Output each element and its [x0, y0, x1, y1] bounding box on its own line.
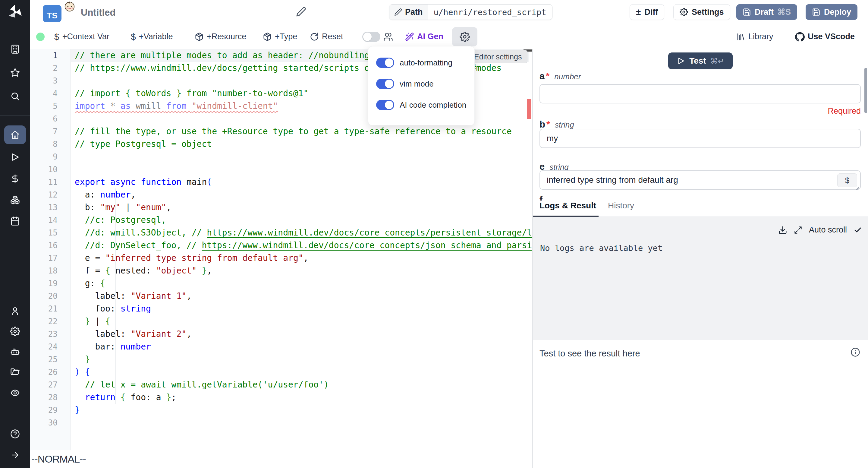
- multiplayer-toggle[interactable]: [362, 24, 393, 49]
- edit-title-pencil-icon[interactable]: [296, 7, 306, 17]
- code-line-14: //c: Postgresql,: [75, 214, 166, 227]
- editor-settings-tooltip: Editor settings: [468, 50, 527, 63]
- line-number: 28: [30, 391, 71, 404]
- folder-icon: [10, 368, 20, 377]
- indent-guide: [126, 290, 126, 315]
- result-area: Test to see the result here: [533, 340, 868, 468]
- form-scrollbar[interactable]: [864, 68, 867, 113]
- help-icon: [10, 429, 20, 439]
- sidebar-item-help[interactable]: [4, 425, 26, 443]
- sidebar-item-star[interactable]: [4, 63, 26, 82]
- sidebar-item-boxes[interactable]: [4, 191, 26, 209]
- sidebar-item-building[interactable]: [4, 40, 26, 59]
- deploy-button[interactable]: Deploy: [806, 4, 858, 20]
- toggle-ai-code-completion[interactable]: [376, 100, 394, 110]
- expand-icon[interactable]: [794, 226, 802, 234]
- add-resource-button[interactable]: +Resource: [195, 24, 246, 49]
- sidebar-item-folder[interactable]: [4, 363, 26, 382]
- code-line-13: b: "my" | "enum",: [75, 201, 171, 214]
- code-line-21: foo: string: [75, 302, 151, 315]
- line-number: 5: [30, 100, 71, 113]
- use-vscode-button[interactable]: Use VScode: [795, 24, 855, 49]
- code-line-22: } | {: [75, 315, 110, 328]
- calendar-icon: [10, 216, 20, 226]
- line-number: 7: [30, 125, 71, 138]
- line-number: 2: [30, 62, 71, 75]
- line-number: 27: [30, 378, 71, 391]
- toggle-vim-mode[interactable]: [376, 79, 394, 89]
- sidebar-item-bot[interactable]: [4, 343, 26, 361]
- plus-minus-icon: ±: [636, 8, 641, 16]
- required-marker: *: [547, 119, 550, 130]
- editor-setting-row: vim mode: [376, 77, 474, 91]
- windmill-logo-icon[interactable]: [7, 4, 23, 20]
- sidebar-item-calendar[interactable]: [4, 212, 26, 230]
- rotate-icon: [310, 32, 319, 41]
- bot-icon: [10, 347, 20, 357]
- library-button[interactable]: Library: [736, 24, 773, 49]
- sidebar-item-home[interactable]: [4, 125, 26, 144]
- download-icon[interactable]: [778, 226, 787, 235]
- run-panel: Test ⌘↵ a* number Required b* string my …: [533, 49, 868, 468]
- tab-logs-result[interactable]: Logs & Result: [539, 201, 596, 217]
- toggle-auto-formatting[interactable]: [376, 58, 394, 68]
- sidebar-item-gear[interactable]: [4, 322, 26, 341]
- sidebar-item-arrow-right[interactable]: [4, 446, 26, 464]
- path-value[interactable]: u/henri/restored_script: [428, 4, 553, 20]
- field-e-input[interactable]: inferred type string from default arg $: [539, 170, 861, 190]
- vim-mode-indicator: --NORMAL--: [30, 453, 86, 465]
- logs-area: Auto scroll No logs are available yet: [533, 217, 868, 340]
- code-line-12: a: number,: [75, 188, 135, 201]
- ai-gen-button[interactable]: AI Gen: [405, 24, 443, 49]
- library-icon: [736, 32, 745, 41]
- connection-status-dot: [36, 33, 44, 41]
- editor-settings-button[interactable]: [452, 27, 477, 47]
- test-button[interactable]: Test ⌘↵: [668, 53, 733, 69]
- sidebar-item-eye[interactable]: [4, 384, 26, 402]
- field-a-input[interactable]: [539, 84, 861, 104]
- tab-history[interactable]: History: [608, 201, 634, 217]
- save-icon: [743, 8, 751, 16]
- draft-button[interactable]: Draft ⌘S: [736, 4, 797, 20]
- code-line-19: g: {: [75, 277, 105, 290]
- field-f-label-clipped: f: [539, 195, 542, 201]
- field-b-input[interactable]: my: [539, 129, 861, 148]
- top-bar: TS Untitled Path u/henri/restored_script…: [30, 0, 868, 24]
- code-line-4: // import { toWords } from "number-to-wo…: [75, 87, 308, 100]
- line-number: 11: [30, 176, 71, 188]
- code-line-20: label: "Variant 1",: [75, 290, 192, 302]
- code-line-7: // fill the type, or use the +Resource t…: [75, 125, 512, 138]
- sidebar-item-play[interactable]: [4, 148, 26, 167]
- multiplayer-switch[interactable]: [362, 32, 380, 42]
- info-icon[interactable]: [850, 347, 860, 357]
- check-icon[interactable]: [854, 226, 862, 234]
- settings-button[interactable]: Settings: [673, 4, 730, 20]
- code-line-24: bar: number: [75, 341, 151, 353]
- test-shortcut: ⌘↵: [710, 57, 724, 65]
- package-icon: [195, 32, 204, 41]
- line-number: 3: [30, 75, 71, 87]
- add-variable-button[interactable]: $ +Variable: [131, 24, 173, 49]
- sidebar-item-user[interactable]: [4, 301, 26, 320]
- line-number: 13: [30, 201, 71, 214]
- code-line-11: export async function main(: [75, 176, 212, 188]
- line-number: 25: [30, 353, 71, 366]
- pencil-icon: [394, 8, 402, 16]
- add-type-button[interactable]: +Type: [263, 24, 297, 49]
- sidebar-divider: [0, 115, 30, 116]
- reset-button[interactable]: Reset: [310, 24, 343, 49]
- line-number: 6: [30, 113, 71, 125]
- add-context-var-button[interactable]: $ +Context Var: [54, 24, 110, 49]
- code-line-5: import * as wmill from "windmill-client": [75, 100, 278, 113]
- editor-setting-row: auto-formatting: [376, 56, 474, 70]
- sidebar-item-dollar[interactable]: [4, 170, 26, 188]
- diff-button[interactable]: ± Diff: [629, 4, 664, 20]
- code-line-25: }: [75, 353, 90, 366]
- line-number: 12: [30, 188, 71, 201]
- code-line-29: }: [75, 404, 80, 416]
- resize-grip-icon[interactable]: [854, 183, 860, 188]
- line-number: 19: [30, 277, 71, 290]
- result-placeholder: Test to see the result here: [539, 349, 640, 358]
- script-path-field[interactable]: Path u/henri/restored_script: [389, 4, 553, 20]
- sidebar-item-search[interactable]: [4, 87, 26, 106]
